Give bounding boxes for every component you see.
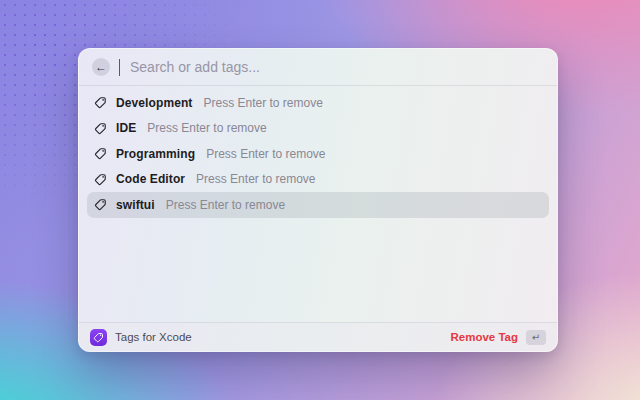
- text-cursor: [119, 59, 120, 76]
- remove-hint: Press Enter to remove: [147, 121, 266, 135]
- tag-icon: [94, 96, 107, 109]
- remove-tag-action[interactable]: Remove Tag: [450, 331, 518, 343]
- tag-list: Development Press Enter to remove IDE Pr…: [79, 86, 557, 322]
- tag-name: Development: [116, 96, 192, 110]
- back-button[interactable]: ←: [92, 58, 110, 76]
- remove-hint: Press Enter to remove: [203, 96, 322, 110]
- remove-hint: Press Enter to remove: [166, 198, 285, 212]
- tag-icon: [94, 147, 107, 160]
- tag-icon: [94, 173, 107, 186]
- list-item[interactable]: IDE Press Enter to remove: [87, 116, 549, 142]
- tag-icon: [93, 332, 104, 343]
- tag-name: swiftui: [116, 198, 155, 212]
- app-icon: [90, 329, 107, 346]
- footer-bar: Tags for Xcode Remove Tag ↵: [79, 322, 557, 351]
- list-item[interactable]: Programming Press Enter to remove: [87, 141, 549, 167]
- search-bar: ← Search or add tags...: [79, 49, 557, 86]
- list-item-selected[interactable]: swiftui Press Enter to remove: [87, 192, 549, 218]
- back-arrow-icon: ←: [95, 61, 107, 73]
- tag-name: Code Editor: [116, 172, 185, 186]
- tag-palette-window: ← Search or add tags... Development Pres…: [78, 48, 558, 352]
- search-input[interactable]: Search or add tags...: [130, 59, 260, 75]
- app-name: Tags for Xcode: [115, 331, 192, 343]
- list-item[interactable]: Code Editor Press Enter to remove: [87, 167, 549, 193]
- list-item[interactable]: Development Press Enter to remove: [87, 90, 549, 116]
- remove-hint: Press Enter to remove: [206, 147, 325, 161]
- return-key-icon[interactable]: ↵: [526, 330, 546, 345]
- remove-hint: Press Enter to remove: [196, 172, 315, 186]
- tag-icon: [94, 122, 107, 135]
- tag-icon: [94, 198, 107, 211]
- tag-name: IDE: [116, 121, 136, 135]
- tag-name: Programming: [116, 147, 195, 161]
